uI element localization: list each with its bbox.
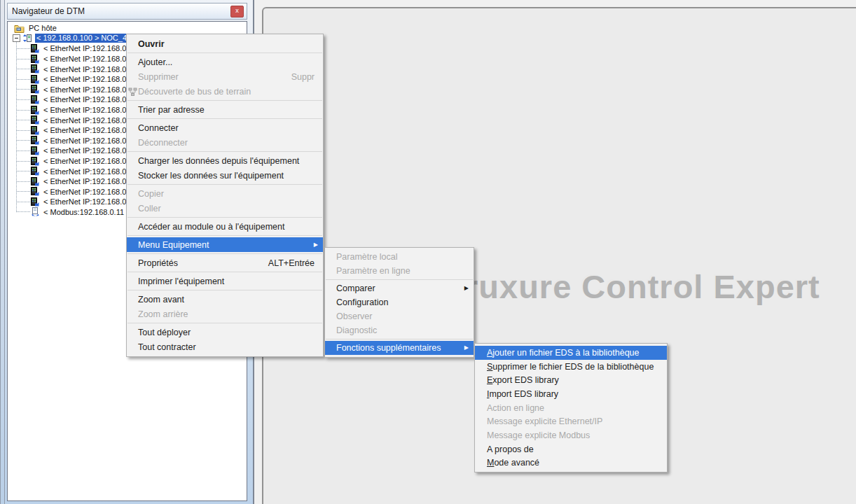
menu-item-label: Découverte de bus de terrain bbox=[138, 87, 251, 97]
menu-separator bbox=[127, 184, 322, 185]
menu-item-message-modbus[interactable]: Message explicite Modbus bbox=[475, 428, 667, 442]
menu-item-zoom-avant[interactable]: Zoom avant bbox=[127, 292, 323, 307]
menu-item-action-en-ligne[interactable]: Action en ligne bbox=[475, 401, 667, 415]
menu-item-proprietes[interactable]: PropriétésALT+Entrée bbox=[127, 255, 323, 270]
menu-item-zoom-arriere[interactable]: Zoom arrière bbox=[127, 307, 323, 321]
menu-separator bbox=[326, 339, 473, 340]
menu-item-mode-avance[interactable]: Mode avancé bbox=[475, 456, 667, 470]
menu-item-label: Ajouter... bbox=[138, 57, 172, 67]
menu-item-copier[interactable]: Copier bbox=[127, 186, 323, 201]
menu-item-label: Déconnecter bbox=[138, 138, 188, 148]
equipment-submenu: Paramètre localParamètre en ligneCompare… bbox=[324, 247, 474, 358]
ethernet-module-icon bbox=[31, 177, 39, 186]
tree-item-label: < EtherNet IP:192.168.0 bbox=[42, 146, 127, 155]
menu-item-tout-deployer[interactable]: Tout déployer bbox=[127, 325, 323, 340]
tree-item-label: PC hôte bbox=[27, 24, 58, 32]
menu-item-label: Ouvrir bbox=[138, 39, 165, 49]
expand-toggle-icon[interactable] bbox=[13, 34, 20, 42]
menu-separator bbox=[127, 235, 322, 236]
menu-item-label: A propos de bbox=[487, 444, 534, 454]
menu-item-label: Stocker les données sur l'équipement bbox=[138, 171, 284, 181]
tree-connector-stub bbox=[17, 211, 30, 212]
menu-item-label: Comparer bbox=[336, 284, 375, 293]
menu-item-label: Trier par adresse bbox=[138, 105, 205, 115]
tree-item-label: < EtherNet IP:192.168.0 bbox=[42, 55, 127, 63]
menu-item-coller[interactable]: Coller bbox=[127, 201, 323, 216]
context-menu: OuvrirAjouter...SupprimerSupprDécouverte… bbox=[126, 34, 324, 357]
tree-connector-stub bbox=[17, 79, 30, 80]
menu-separator bbox=[326, 279, 473, 280]
menu-separator bbox=[127, 151, 322, 152]
menu-item-configuration[interactable]: Configuration bbox=[325, 295, 474, 309]
menu-item-import-eds[interactable]: Import EDS library bbox=[475, 387, 667, 401]
menu-item-acceder-module[interactable]: Accéder au module ou à l'équipement bbox=[127, 219, 323, 234]
menu-item-a-propos-de[interactable]: A propos de bbox=[475, 442, 667, 456]
menu-item-trier-par-adresse[interactable]: Trier par adresse bbox=[127, 102, 323, 117]
menu-separator bbox=[127, 100, 322, 101]
menu-item-charger-donnees[interactable]: Charger les données depuis l'équipement bbox=[127, 153, 323, 168]
menu-item-decouverte-bus[interactable]: Découverte de bus de terrain bbox=[127, 84, 323, 99]
panel-dock-edge[interactable] bbox=[0, 0, 5, 504]
menu-item-comparer[interactable]: Comparer▶ bbox=[325, 281, 474, 295]
menu-separator bbox=[127, 52, 322, 53]
menu-item-export-eds[interactable]: Export EDS library bbox=[475, 373, 667, 387]
menu-item-connecter[interactable]: Connecter bbox=[127, 120, 323, 135]
ethernet-module-icon bbox=[31, 55, 39, 64]
tree-connector-stub bbox=[17, 59, 30, 59]
menu-item-label: Accéder au module ou à l'équipement bbox=[138, 222, 284, 232]
menu-item-fonctions-supplementaires[interactable]: Fonctions supplémentaires▶ bbox=[325, 341, 474, 355]
tree-item-label: < EtherNet IP:192.168.0 bbox=[42, 85, 127, 94]
menu-item-parametre-local[interactable]: Paramètre local bbox=[325, 250, 474, 264]
menu-item-diagnostic[interactable]: Diagnostic bbox=[325, 323, 474, 337]
menu-separator bbox=[127, 290, 322, 290]
menu-separator bbox=[127, 272, 322, 272]
menu-item-ouvrir[interactable]: Ouvrir bbox=[127, 36, 323, 51]
menu-item-label: Message explicite Modbus bbox=[487, 430, 590, 440]
host-folder-icon bbox=[14, 24, 25, 33]
menu-item-label: Export EDS library bbox=[487, 375, 559, 385]
menu-item-label: Import EDS library bbox=[487, 389, 558, 399]
menu-separator bbox=[127, 253, 322, 254]
menu-item-parametre-en-ligne[interactable]: Paramètre en ligne bbox=[325, 264, 474, 278]
menu-item-imprimer[interactable]: Imprimer l'équipement bbox=[127, 274, 323, 288]
menu-separator bbox=[127, 323, 322, 323]
ethernet-module-icon bbox=[31, 197, 39, 206]
menu-item-supprimer-eds[interactable]: Supprimer le fichier EDS de la bibliothè… bbox=[475, 360, 667, 374]
menu-item-observer[interactable]: Observer bbox=[325, 309, 474, 323]
ethernet-module-icon bbox=[31, 95, 39, 104]
tree-connector-stub bbox=[17, 110, 30, 111]
panel-title: Navigateur de DTM bbox=[12, 6, 85, 16]
tree-item-label: < 192.168.0.100 > NOC_4 bbox=[35, 34, 129, 43]
menu-item-label: Connecter bbox=[138, 123, 179, 133]
tree-item-label: < EtherNet IP:192.168.0 bbox=[42, 95, 127, 104]
tree-item-label: < EtherNet IP:192.168.0 bbox=[42, 126, 127, 134]
menu-item-label: Ajouter un fichier EDS à la bibliothèque bbox=[487, 348, 640, 358]
menu-item-label: Mode avancé bbox=[487, 458, 539, 468]
menu-item-stocker-donnees[interactable]: Stocker les données sur l'équipement bbox=[127, 168, 323, 183]
tree-item-label: < EtherNet IP:192.168.0 bbox=[42, 177, 127, 186]
menu-item-tout-contracter[interactable]: Tout contracter bbox=[127, 340, 323, 354]
tree-connector-stub bbox=[17, 89, 30, 90]
tree-item-label: < EtherNet IP:192.168.0 bbox=[42, 157, 127, 165]
ethernet-module-icon bbox=[31, 136, 39, 145]
submenu-arrow-icon: ▶ bbox=[464, 345, 469, 351]
menu-item-label: Zoom arrière bbox=[138, 309, 188, 319]
menu-item-menu-equipement[interactable]: Menu Equipement▶ bbox=[127, 237, 323, 252]
menu-item-supprimer[interactable]: SupprimerSuppr bbox=[127, 69, 323, 84]
submenu-arrow-icon: ▶ bbox=[464, 286, 469, 291]
tree-item-label: < Modbus:192.168.0.11 bbox=[42, 208, 125, 216]
menu-item-ajouter-eds[interactable]: Ajouter un fichier EDS à la bibliothèque bbox=[475, 346, 667, 360]
menu-item-message-ethernet-ip[interactable]: Message explicite Ethernet/IP bbox=[475, 414, 667, 428]
panel-titlebar[interactable]: Navigateur de DTM x bbox=[7, 3, 247, 20]
menu-item-ajouter[interactable]: Ajouter... bbox=[127, 55, 323, 69]
tree-item-label: < EtherNet IP:192.168.0 bbox=[42, 44, 127, 52]
ethernet-module-icon bbox=[31, 106, 39, 115]
menu-item-label: Propriétés bbox=[138, 258, 178, 268]
tree-connector-stub bbox=[17, 202, 30, 202]
menu-item-deconnecter[interactable]: Déconnecter bbox=[127, 135, 323, 150]
close-icon[interactable]: x bbox=[230, 6, 244, 18]
tree-item-pc-hote[interactable]: PC hôte bbox=[8, 23, 247, 34]
tree-connector-stub bbox=[17, 181, 30, 182]
tree-item-label: < EtherNet IP:192.168.0 bbox=[42, 116, 127, 125]
tree-connector-stub bbox=[17, 130, 30, 131]
